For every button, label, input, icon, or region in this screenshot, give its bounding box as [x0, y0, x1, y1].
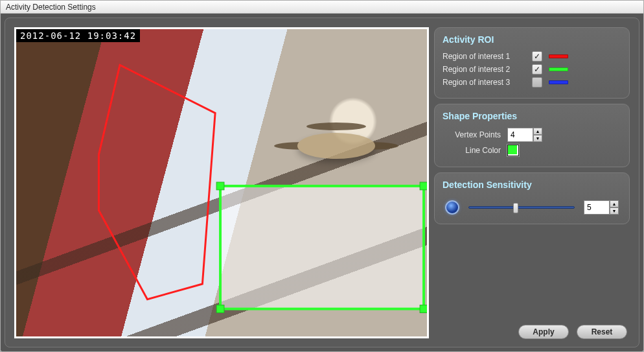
roi-label-2: Region of interest 2	[443, 65, 525, 74]
activity-roi-group: Activity ROI Region of interest 1 ✓ Regi…	[434, 27, 630, 99]
roi-checkbox-2[interactable]: ✓	[532, 64, 542, 75]
video-ceiling-beams	[16, 29, 427, 336]
window-title: Activity Detection Settings	[1, 1, 643, 14]
roi-row-1: Region of interest 1 ✓	[443, 51, 621, 62]
sensitivity-spinner: ▲ ▼	[584, 200, 619, 215]
sensitivity-up-button[interactable]: ▲	[610, 200, 619, 207]
shape-properties-group: Shape Properties Vertex Points ▲ ▼ Line	[434, 104, 630, 167]
vertex-input[interactable]	[507, 128, 533, 142]
shape-properties-title: Shape Properties	[443, 111, 621, 121]
detection-sensitivity-group: Detection Sensitivity ▲ ▼	[434, 172, 630, 224]
client-area: 2012-06-12 19:03:42 Activity ROI	[1, 14, 643, 351]
sensitivity-down-button[interactable]: ▼	[610, 207, 619, 215]
video-preview[interactable]: 2012-06-12 19:03:42	[14, 27, 429, 338]
line-color-label: Line Color	[443, 146, 501, 155]
roi-row-2: Region of interest 2 ✓	[443, 64, 621, 75]
roi-row-3: Region of interest 3 ✓	[443, 77, 621, 88]
video-timestamp: 2012-06-12 19:03:42	[16, 29, 140, 42]
detection-sensitivity-title: Detection Sensitivity	[443, 180, 621, 190]
roi-color-2	[549, 67, 568, 71]
sensitivity-thumb[interactable]	[513, 203, 518, 213]
settings-window: Activity Detection Settings 2012-06-12 1…	[0, 0, 644, 352]
activity-roi-title: Activity ROI	[443, 34, 621, 45]
roi-checkbox-1[interactable]: ✓	[532, 51, 542, 62]
main-panel: 2012-06-12 19:03:42 Activity ROI	[5, 18, 639, 347]
vertex-spinner: ▲ ▼	[507, 128, 542, 142]
side-column: Activity ROI Region of interest 1 ✓ Regi…	[434, 27, 630, 340]
roi-color-1	[549, 54, 568, 58]
sensitivity-row: ▲ ▼	[443, 196, 621, 216]
sensitivity-radio-icon[interactable]	[445, 200, 459, 215]
roi-label-3: Region of interest 3	[443, 78, 525, 87]
footer-buttons: Apply Reset	[518, 325, 627, 339]
vertex-label: Vertex Points	[443, 130, 501, 139]
reset-button[interactable]: Reset	[577, 325, 627, 339]
sensitivity-slider[interactable]	[468, 206, 575, 209]
line-color-picker[interactable]	[507, 145, 519, 156]
sensitivity-input[interactable]	[584, 200, 610, 215]
roi-label-1: Region of interest 1	[443, 52, 525, 61]
vertex-down-button[interactable]: ▼	[533, 135, 542, 142]
apply-button[interactable]: Apply	[518, 325, 569, 339]
roi-checkbox-3[interactable]: ✓	[532, 77, 542, 88]
vertex-row: Vertex Points ▲ ▼	[443, 128, 621, 142]
roi-color-3	[549, 80, 568, 84]
vertex-up-button[interactable]: ▲	[533, 128, 542, 135]
line-color-row: Line Color	[443, 145, 621, 156]
video-ceiling-fan	[297, 133, 375, 159]
